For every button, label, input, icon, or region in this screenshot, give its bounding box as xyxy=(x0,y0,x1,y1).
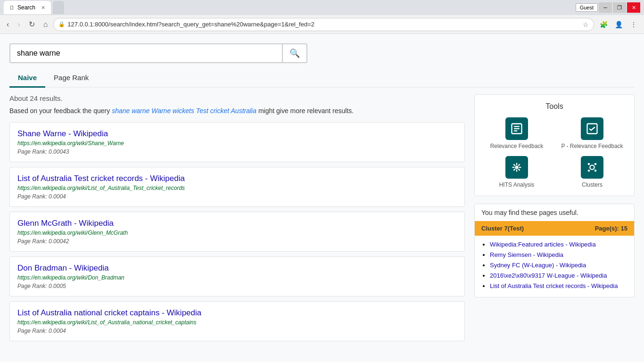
extensions-button[interactable]: 🧩 xyxy=(597,18,610,31)
result-title-3[interactable]: Glenn McGrath - Wikipedia xyxy=(17,219,457,228)
results-column: About 24 results. Based on your feedback… xyxy=(9,94,465,346)
cluster-link-2[interactable]: Remy Siemsen - Wikipedia xyxy=(490,251,563,258)
maximize-button[interactable]: ❐ xyxy=(613,2,626,13)
svg-point-15 xyxy=(588,163,590,165)
feedback-prefix: Based on your feedback the query xyxy=(9,107,112,115)
results-count: About 24 results. xyxy=(9,94,465,102)
list-item: 2016\xe2\x80\x9317 W-League - Wikipedia xyxy=(490,272,627,279)
tool-hits-analysis[interactable]: HITS Analysis xyxy=(482,156,551,188)
bookmark-icon[interactable]: ☆ xyxy=(583,21,589,28)
hits-analysis-icon xyxy=(505,156,528,179)
tools-grid: Relevance Feedback P - Relevance Feedbac… xyxy=(482,117,627,188)
result-title-2[interactable]: List of Australia Test cricket records -… xyxy=(17,174,457,183)
svg-line-11 xyxy=(518,169,520,170)
tool-label-relevance: Relevance Feedback xyxy=(490,143,544,149)
tools-box: Tools Relevance Feedback xyxy=(474,94,635,196)
tool-label-clusters: Clusters xyxy=(582,181,603,188)
result-url-5: https://en.wikipedia.org/wiki/List_of_Au… xyxy=(17,319,457,326)
result-card-1: Shane Warne - Wikipedia https://en.wikip… xyxy=(9,122,465,162)
forward-button[interactable]: › xyxy=(15,18,23,31)
browser-navbar: ‹ › ↻ ⌂ 🔒 127.0.0.1:8000/search/index.ht… xyxy=(0,15,644,34)
result-url-1: https://en.wikipedia.org/wiki/Shane_Warn… xyxy=(17,140,457,147)
search-input[interactable] xyxy=(9,43,283,63)
tool-label-hits: HITS Analysis xyxy=(499,181,535,188)
clusters-icon xyxy=(581,156,603,179)
result-url-3: https://en.wikipedia.org/wiki/Glenn_McGr… xyxy=(17,230,457,236)
tools-title: Tools xyxy=(482,102,627,111)
result-pagerank-5: Page Rank: 0.0004 xyxy=(17,328,66,334)
result-card-4: Don Bradman - Wikipedia https://en.wikip… xyxy=(9,256,465,296)
main-area: About 24 results. Based on your feedback… xyxy=(9,94,635,346)
cluster-header: Cluster 7(Test) Page(s): 15 xyxy=(475,221,634,236)
tab-pagerank[interactable]: Page Rank xyxy=(45,69,97,88)
settings-button[interactable]: ⋮ xyxy=(627,18,640,31)
cluster-pages: Page(s): 15 xyxy=(595,225,627,232)
browser-titlebar: 🗋 Search ✕ Guest ─ ❐ ✕ xyxy=(0,0,644,15)
guest-badge: Guest xyxy=(576,3,598,12)
inactive-tab[interactable] xyxy=(53,1,64,14)
search-box-container: 🔍 xyxy=(9,43,635,63)
list-item: List of Australia Test cricket records -… xyxy=(490,282,627,289)
close-button[interactable]: ✕ xyxy=(627,2,640,13)
svg-line-13 xyxy=(513,169,515,170)
feedback-query: shane warne Warne wickets Test cricket A… xyxy=(112,107,256,115)
list-item: Sydney FC (W-League) - Wikipedia xyxy=(490,261,627,269)
search-button[interactable]: 🔍 xyxy=(283,43,307,63)
result-pagerank-1: Page Rank: 0.00043 xyxy=(17,148,69,155)
svg-line-10 xyxy=(513,164,515,165)
sidebar: Tools Relevance Feedback xyxy=(474,94,635,346)
list-item: Wikipedia:Featured articles - Wikipedia xyxy=(490,240,627,248)
result-pagerank-4: Page Rank: 0.0005 xyxy=(17,283,66,289)
p-relevance-feedback-icon xyxy=(581,117,603,140)
search-tabs: Naive Page Rank xyxy=(9,69,635,88)
home-button[interactable]: ⌂ xyxy=(41,18,51,31)
cluster-link-4[interactable]: 2016\xe2\x80\x9317 W-League - Wikipedia xyxy=(490,272,607,279)
result-url-4: https://en.wikipedia.org/wiki/Don_Bradma… xyxy=(17,274,457,281)
feedback-suffix: might give more relevant results. xyxy=(256,107,354,115)
navbar-actions: 🧩 👤 ⋮ xyxy=(597,18,640,31)
address-bar[interactable]: 🔒 127.0.0.1:8000/search/index.html?searc… xyxy=(53,18,594,31)
result-pagerank-2: Page Rank: 0.0004 xyxy=(17,193,66,200)
cluster-link-5[interactable]: List of Australia Test cricket records -… xyxy=(490,282,618,289)
result-card-3: Glenn McGrath - Wikipedia https://en.wik… xyxy=(9,212,465,252)
result-title-4[interactable]: Don Bradman - Wikipedia xyxy=(17,263,457,273)
tool-relevance-feedback[interactable]: Relevance Feedback xyxy=(482,117,551,149)
cluster-link-1[interactable]: Wikipedia:Featured articles - Wikipedia xyxy=(490,241,596,248)
tab-close-button[interactable]: ✕ xyxy=(41,5,45,11)
cluster-links: Wikipedia:Featured articles - Wikipedia … xyxy=(475,236,634,297)
result-card-5: List of Australia national cricket capta… xyxy=(9,301,465,341)
cluster-link-3[interactable]: Sydney FC (W-League) - Wikipedia xyxy=(490,262,586,269)
result-url-2: https://en.wikipedia.org/wiki/List_of_Au… xyxy=(17,185,457,191)
feedback-text: Based on your feedback the query shane w… xyxy=(9,107,465,115)
svg-point-14 xyxy=(590,165,594,169)
reload-button[interactable]: ↻ xyxy=(26,18,38,31)
tab-naive[interactable]: Naive xyxy=(9,69,45,88)
useful-pages-box: You may find these pages useful. Cluster… xyxy=(474,204,635,297)
result-pagerank-3: Page Rank: 0.00042 xyxy=(17,238,69,245)
cluster-links-list: Wikipedia:Featured articles - Wikipedia … xyxy=(481,240,627,289)
window-controls: Guest ─ ❐ ✕ xyxy=(576,2,640,13)
svg-point-16 xyxy=(594,163,597,165)
back-button[interactable]: ‹ xyxy=(4,18,12,31)
minimize-button[interactable]: ─ xyxy=(599,2,612,13)
cluster-label: Cluster 7(Test) xyxy=(481,225,524,232)
profile-button[interactable]: 👤 xyxy=(612,18,625,31)
svg-point-5 xyxy=(515,166,519,169)
tool-label-p-relevance: P - Relevance Feedback xyxy=(561,143,623,149)
useful-title: You may find these pages useful. xyxy=(475,204,634,221)
url-text: 127.0.0.1:8000/search/index.html?search_… xyxy=(67,21,580,28)
page-content: 🔍 Naive Page Rank About 24 results. Base… xyxy=(0,34,644,362)
result-title-1[interactable]: Shane Warne - Wikipedia xyxy=(17,129,457,139)
tool-clusters[interactable]: Clusters xyxy=(558,156,627,188)
tab-page-icon: 🗋 xyxy=(9,5,15,10)
list-item: Remy Siemsen - Wikipedia xyxy=(490,251,627,258)
active-tab[interactable]: 🗋 Search ✕ xyxy=(4,1,51,14)
result-card-2: List of Australia Test cricket records -… xyxy=(9,167,465,207)
relevance-feedback-icon xyxy=(505,117,528,140)
svg-line-12 xyxy=(518,164,520,165)
svg-point-17 xyxy=(588,170,590,172)
lock-icon: 🔒 xyxy=(58,21,65,27)
tab-title: Search xyxy=(17,4,35,11)
tool-p-relevance-feedback[interactable]: P - Relevance Feedback xyxy=(558,117,627,149)
result-title-5[interactable]: List of Australia national cricket capta… xyxy=(17,308,457,318)
